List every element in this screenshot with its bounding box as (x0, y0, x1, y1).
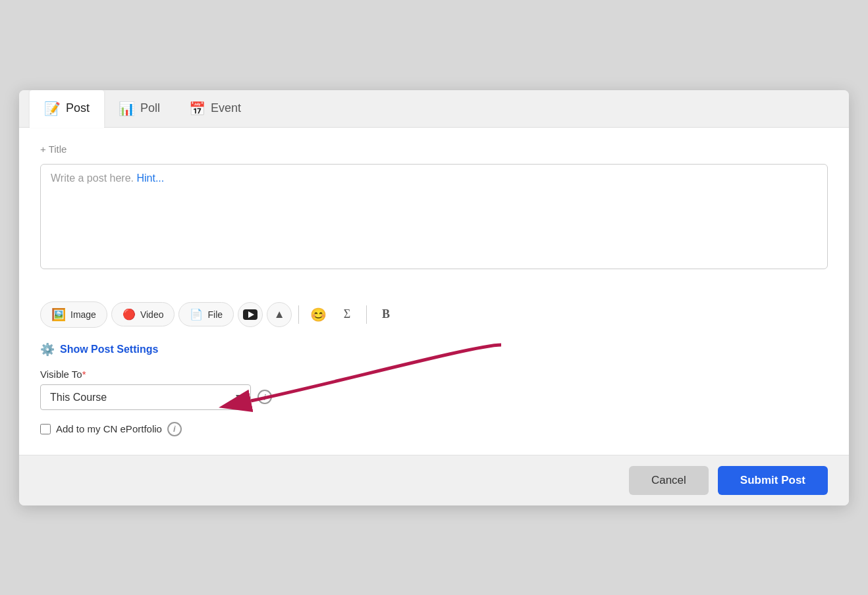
portfolio-checkbox[interactable] (40, 424, 51, 434)
formula-icon: Σ (344, 307, 350, 321)
image-button[interactable]: 🖼️ Image (40, 301, 107, 328)
tab-post-label: Post (66, 101, 90, 115)
file-icon: 📄 (190, 308, 203, 321)
image-icon: 🖼️ (51, 307, 66, 322)
bold-button[interactable]: B (373, 302, 398, 327)
select-area: This Course Everyone Only Me ▼ i (40, 384, 828, 410)
poll-icon: 📊 (119, 101, 135, 116)
tab-poll[interactable]: 📊 Poll (104, 90, 175, 128)
submit-button[interactable]: Submit Post (718, 466, 828, 495)
tab-event[interactable]: 📅 Event (175, 90, 256, 128)
event-icon: 📅 (189, 101, 205, 116)
main-content: + Title Write a post here. Write a post … (19, 128, 849, 455)
video-button[interactable]: 🔴 Video (111, 302, 175, 326)
video-label: Video (140, 309, 164, 320)
tab-poll-label: Poll (140, 101, 160, 115)
bold-icon: B (382, 307, 390, 321)
portfolio-row: Add to my CN ePortfolio i (40, 422, 828, 436)
portfolio-info-icon: i (167, 422, 182, 436)
file-button[interactable]: 📄 File (178, 302, 234, 326)
settings-toggle-label: Show Post Settings (60, 344, 158, 355)
post-icon: 📝 (44, 101, 61, 116)
image-label: Image (70, 309, 96, 320)
file-label: File (207, 309, 223, 320)
emoji-icon: 😊 (310, 307, 327, 323)
separator-2 (366, 305, 367, 324)
settings-section: ⚙️ Show Post Settings Visible To* This C… (40, 342, 828, 436)
separator-1 (298, 305, 299, 324)
youtube-button[interactable] (238, 302, 263, 327)
select-wrapper: This Course Everyone Only Me ▼ (40, 384, 251, 410)
dialog-footer: Cancel Submit Post (19, 455, 849, 505)
add-title[interactable]: + Title (40, 143, 67, 155)
portfolio-label: Add to my CN ePortfolio (56, 423, 162, 434)
emoji-button[interactable]: 😊 (306, 302, 331, 327)
youtube-icon (243, 309, 258, 320)
formatting-toolbar: 🖼️ Image 🔴 Video 📄 File ▲ (40, 301, 828, 328)
visible-to-select[interactable]: This Course Everyone Only Me (40, 384, 251, 410)
info-icon: i (258, 390, 272, 404)
formula-button[interactable]: Σ (335, 302, 360, 327)
tab-post[interactable]: 📝 Post (30, 90, 104, 128)
drive-icon: ▲ (274, 308, 285, 321)
dialog: 📝 Post 📊 Poll 📅 Event + Title Write a po… (19, 90, 849, 505)
tab-bar: 📝 Post 📊 Poll 📅 Event (19, 90, 849, 128)
video-icon: 🔴 (122, 308, 136, 321)
hint-link[interactable]: Hint... (136, 172, 164, 184)
cancel-button[interactable]: Cancel (629, 466, 709, 495)
select-row: This Course Everyone Only Me ▼ i (40, 384, 828, 410)
tab-event-label: Event (211, 101, 241, 115)
visible-to-label: Visible To* (40, 369, 828, 380)
drive-button[interactable]: ▲ (267, 302, 292, 327)
gear-icon: ⚙️ (40, 342, 55, 357)
show-settings-link[interactable]: ⚙️ Show Post Settings (40, 342, 828, 357)
